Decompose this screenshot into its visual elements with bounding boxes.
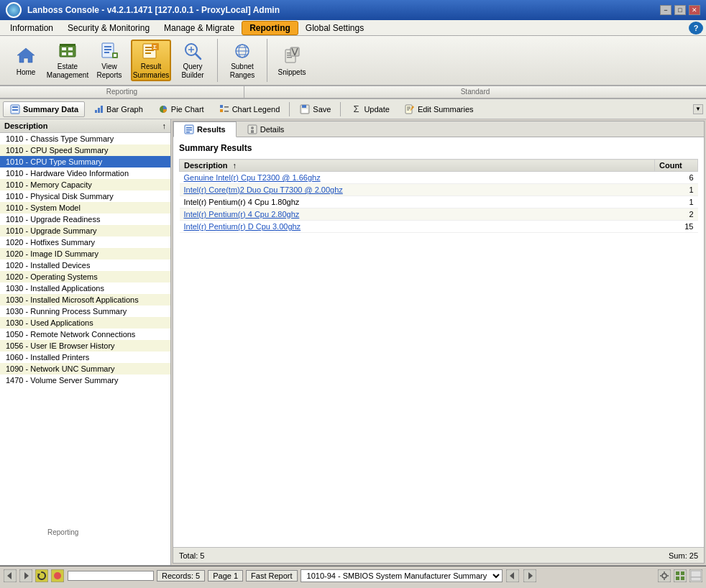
svg-rect-78: [674, 569, 687, 582]
summary-data-label: Summary Data: [23, 105, 78, 114]
svg-rect-6: [60, 44, 75, 46]
list-item[interactable]: 1010 - Physical Disk Summary: [0, 190, 170, 202]
list-item[interactable]: 1020 - Image ID Summary: [0, 248, 170, 259]
footer-flag-icon: [689, 569, 703, 583]
pie-chart-tab[interactable]: Pie Chart: [151, 101, 211, 117]
view-reports-button[interactable]: ViewReports: [89, 40, 129, 81]
svg-rect-9: [104, 49, 111, 50]
query-builder-button[interactable]: QueryBuilder: [173, 40, 213, 81]
menu-reporting[interactable]: Reporting: [242, 21, 298, 35]
col-description[interactable]: Description ↑: [180, 160, 655, 172]
result-link[interactable]: Intel(r) Core(tm)2 Duo Cpu T7300 @ 2.00g…: [184, 185, 343, 194]
snippets-button[interactable]: Snippets: [272, 40, 312, 81]
results-tab[interactable]: Results: [173, 121, 237, 137]
list-item[interactable]: 1010 - Memory Capacity: [0, 179, 170, 190]
list-item[interactable]: 1020 - Installed Devices: [0, 259, 170, 271]
col-count: Count: [655, 160, 698, 172]
bar-graph-tab[interactable]: Bar Graph: [86, 101, 150, 117]
list-items: 1010 - Chassis Type Summary 1010 - CPU S…: [0, 133, 170, 565]
update-label: Update: [364, 105, 389, 114]
subnet-ranges-label: SubnetRanges: [230, 63, 255, 80]
footer-icon-refresh[interactable]: [35, 569, 49, 583]
details-tab[interactable]: Details: [237, 121, 295, 137]
save-button[interactable]: Save: [293, 101, 337, 117]
update-button[interactable]: Σ Update: [344, 101, 395, 117]
footer-grid-icon[interactable]: [673, 569, 687, 583]
list-item[interactable]: 1056 - User IE Browser History: [0, 340, 170, 352]
footer-icon-back[interactable]: [3, 569, 17, 583]
list-item[interactable]: 1030 - Running Process Summary: [0, 306, 170, 317]
svg-rect-44: [220, 109, 223, 112]
menu-manage[interactable]: Manage & Migrate: [157, 22, 242, 35]
list-item[interactable]: 1030 - Used Applications: [0, 317, 170, 329]
list-item[interactable]: 1010 - CPU Speed Summary: [0, 144, 170, 156]
window-controls: − □ ✕: [660, 5, 700, 15]
edit-summaries-button[interactable]: Edit Summaries: [398, 101, 480, 117]
minimize-button[interactable]: −: [660, 5, 671, 15]
table-row: Genuine Intel(r) Cpu T2300 @ 1.66ghz 6: [180, 172, 698, 184]
footer-settings-icon[interactable]: [657, 569, 671, 583]
fast-report-dropdown[interactable]: 1010-94 - SMBIOS System Manufacturer Sum…: [301, 569, 503, 582]
summary-data-tab[interactable]: Summary Data: [3, 101, 85, 117]
estate-button[interactable]: EstateManagement: [47, 40, 88, 81]
query-builder-label: QueryBuilder: [181, 63, 203, 80]
menu-global[interactable]: Global Settings: [298, 22, 371, 35]
list-item[interactable]: 1050 - Remote Network Connections: [0, 329, 170, 340]
list-item-selected[interactable]: 1010 - CPU Type Summary: [0, 156, 170, 167]
result-link[interactable]: Intel(r) Pentium(r) 4 Cpu 2.80ghz: [184, 210, 300, 219]
svg-rect-8: [104, 46, 111, 47]
subnet-ranges-button[interactable]: SubnetRanges: [222, 40, 262, 81]
svg-rect-3: [68, 47, 73, 50]
menu-security[interactable]: Security & Monitoring: [60, 22, 157, 35]
table-row: Intel(r) Pentium(r) 4 Cpu 2.80ghz 2: [180, 208, 698, 221]
col-description-label: Description: [184, 161, 228, 170]
snippets-label: Snippets: [278, 68, 306, 77]
list-item[interactable]: 1030 - Installed Applications: [0, 282, 170, 294]
footer-nav-btn-1[interactable]: [505, 569, 520, 583]
svg-rect-36: [12, 106, 18, 108]
chart-legend-label: Chart Legend: [232, 105, 280, 114]
edit-summaries-label: Edit Summaries: [418, 105, 474, 114]
maximize-button[interactable]: □: [674, 5, 686, 15]
table-cell-desc: Intel(r) Core(tm)2 Duo Cpu T7300 @ 2.00g…: [180, 184, 655, 196]
list-item[interactable]: 1020 - Operating Systems: [0, 271, 170, 282]
svg-rect-47: [302, 105, 306, 108]
result-link[interactable]: Genuine Intel(r) Cpu T2300 @ 1.66ghz: [184, 173, 321, 182]
list-item[interactable]: 1060 - Installed Printers: [0, 352, 170, 363]
reporting-label: Reporting: [47, 528, 78, 536]
list-item[interactable]: 1470 - Volume Server Summary: [0, 375, 170, 386]
svg-rect-80: [681, 571, 684, 575]
list-item[interactable]: 1010 - Upgrade Summary: [0, 225, 170, 236]
result-link[interactable]: Intel(r) Pentium(r) D Cpu 3.00ghz: [184, 222, 301, 231]
details-tab-icon: [247, 124, 257, 134]
footer-nav-btn-2[interactable]: [523, 569, 537, 583]
snippets-icon: [280, 44, 303, 67]
footer-bar: Records: 5 Page 1 Fast Report 1010-94 - …: [0, 565, 706, 585]
help-button[interactable]: ?: [689, 22, 703, 35]
list-item[interactable]: 1010 - Upgrade Readiness: [0, 213, 170, 225]
close-button[interactable]: ✕: [689, 5, 700, 15]
chart-legend-tab[interactable]: Chart Legend: [212, 101, 287, 117]
list-item[interactable]: 1090 - Network UNC Summary: [0, 363, 170, 375]
result-summaries-button[interactable]: Σ ResultSummaries: [131, 40, 171, 81]
svg-rect-31: [287, 57, 292, 58]
list-item[interactable]: 1030 - Installed Microsoft Applications: [0, 294, 170, 306]
records-field: Records: 5: [157, 570, 205, 582]
svg-rect-59: [251, 130, 254, 133]
svg-rect-37: [12, 109, 18, 111]
home-label: Home: [17, 68, 36, 77]
list-item[interactable]: 1020 - Hotfixes Summary: [0, 236, 170, 248]
menu-information[interactable]: Information: [3, 22, 60, 35]
footer-icon-forward[interactable]: [19, 569, 33, 583]
secondary-toolbar: Summary Data Bar Graph Pie Chart: [0, 99, 706, 119]
svg-rect-79: [676, 571, 679, 575]
svg-rect-56: [186, 132, 190, 133]
list-item[interactable]: 1010 - Chassis Type Summary: [0, 133, 170, 144]
fast-report-label: Fast Report: [246, 570, 297, 582]
list-item[interactable]: 1010 - Hardware Video Information: [0, 167, 170, 179]
home-button[interactable]: Home: [6, 40, 46, 81]
footer-icon-stop[interactable]: [50, 569, 65, 583]
scroll-right-arrow[interactable]: ▼: [693, 104, 703, 114]
menu-bar: Information Security & Monitoring Manage…: [0, 20, 706, 36]
list-item[interactable]: 1010 - System Model: [0, 202, 170, 213]
